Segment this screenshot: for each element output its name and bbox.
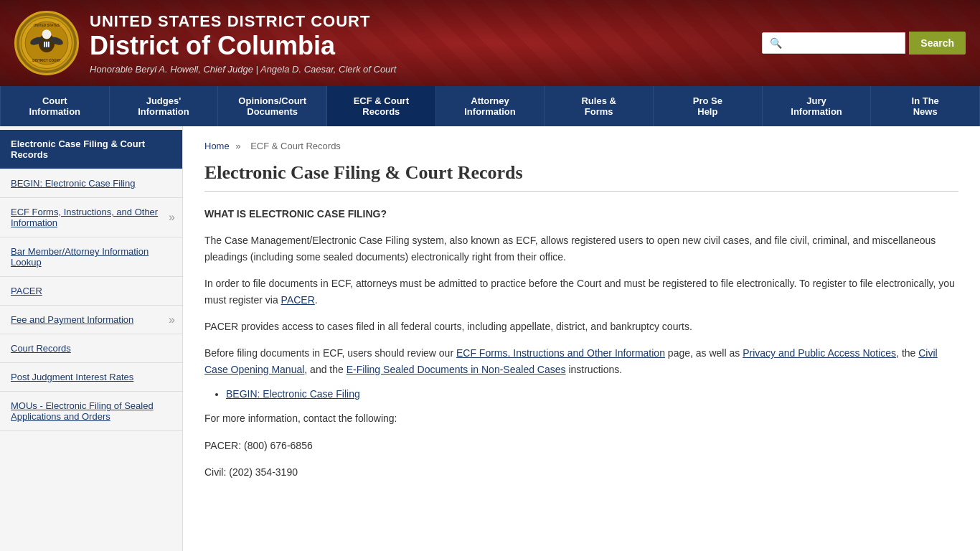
svg-rect-12 [48, 42, 50, 47]
nav-item-judges[interactable]: Judges'Information [110, 86, 219, 126]
court-seal: UNITED STATES DISTRICT COURT [14, 11, 79, 75]
court-district: District of Columbia [90, 31, 396, 61]
search-input[interactable] [786, 38, 900, 49]
breadcrumb-current: ECF & Court Records [250, 141, 341, 151]
more-info: For more information, contact the follow… [204, 410, 958, 426]
breadcrumb: Home » ECF & Court Records [204, 141, 958, 151]
nav-item-opinions[interactable]: Opinions/CourtDocuments [218, 86, 327, 126]
main-content: Home » ECF & Court Records Electronic Ca… [183, 126, 980, 551]
search-button[interactable]: Search [909, 32, 966, 55]
header-search: 🔍 Search [762, 32, 966, 55]
sidebar-item-post-judgment[interactable]: Post Judgment Interest Rates [0, 363, 182, 392]
paragraph-2-end: . [315, 294, 318, 306]
search-icon: 🔍 [770, 37, 782, 49]
paragraph-2: In order to file documents in ECF, attor… [204, 276, 958, 308]
svg-rect-11 [46, 42, 47, 47]
para4-mid1: page, as well as [665, 347, 743, 359]
breadcrumb-home[interactable]: Home [204, 141, 230, 151]
svg-point-6 [42, 29, 51, 39]
ecf-forms-link[interactable]: ECF Forms, Instructions and Other Inform… [456, 347, 665, 359]
sidebar-item-ecf-forms[interactable]: ECF Forms, Instructions, and Other Infor… [0, 198, 182, 237]
paragraph-3: PACER provides access to cases filed in … [204, 319, 958, 334]
list-item-begin-ecf: BEGIN: Electronic Case Filing [226, 388, 958, 400]
site-header: UNITED STATES DISTRICT COURT UNITED STAT… [0, 0, 980, 86]
nav-item-prose[interactable]: Pro SeHelp [654, 86, 763, 126]
court-subtitle: Honorable Beryl A. Howell, Chief Judge |… [90, 64, 396, 75]
pacer-link-1[interactable]: PACER [281, 294, 315, 306]
sidebar-item-pacer[interactable]: PACER [0, 277, 182, 306]
begin-ecf-link[interactable]: BEGIN: Electronic Case Filing [226, 388, 360, 400]
svg-rect-10 [44, 42, 45, 47]
sidebar-item-bar-member[interactable]: Bar Member/Attorney Information Lookup [0, 237, 182, 277]
civil-contact: Civil: (202) 354-3190 [204, 464, 958, 480]
main-nav: CourtInformation Judges'Information Opin… [0, 86, 980, 126]
section-heading: WHAT IS ELECTRONIC CASE FILING? [204, 206, 958, 222]
privacy-link[interactable]: Privacy and Public Access Notices [743, 347, 896, 359]
pacer-contact: PACER: (800) 676-6856 [204, 438, 958, 453]
sidebar-item-mous[interactable]: MOUs - Electronic Filing of Sealed Appli… [0, 392, 182, 431]
para4-mid3: , and the [304, 364, 346, 375]
page-title: Electronic Case Filing & Court Records [204, 162, 958, 192]
svg-text:UNITED STATES: UNITED STATES [34, 24, 60, 27]
sidebar: Electronic Case Filing & Court Records B… [0, 126, 183, 551]
nav-item-rules[interactable]: Rules &Forms [545, 86, 654, 126]
efiling-link[interactable]: E-Filing Sealed Documents in Non-Sealed … [347, 364, 566, 375]
para4-before: Before filing documents in ECF, users sh… [204, 347, 456, 359]
search-box: 🔍 [762, 32, 905, 54]
header-left: UNITED STATES DISTRICT COURT UNITED STAT… [14, 11, 396, 75]
nav-item-ecf[interactable]: ECF & CourtRecords [327, 86, 436, 126]
paragraph-1: The Case Management/Electronic Case Fili… [204, 232, 958, 265]
sidebar-item-fee-payment[interactable]: Fee and Payment Information » [0, 306, 182, 334]
court-name: UNITED STATES DISTRICT COURT [90, 12, 396, 31]
nav-item-jury[interactable]: JuryInformation [763, 86, 872, 126]
main-container: Electronic Case Filing & Court Records B… [0, 126, 980, 551]
arrow-icon-2: » [169, 314, 175, 326]
para4-end: instructions. [566, 364, 623, 375]
sidebar-item-court-records[interactable]: Court Records [0, 334, 182, 363]
nav-item-attorney[interactable]: AttorneyInformation [436, 86, 545, 126]
nav-item-court[interactable]: CourtInformation [0, 86, 110, 126]
arrow-icon: » [169, 211, 175, 224]
paragraph-4: Before filing documents in ECF, users sh… [204, 345, 958, 377]
header-title-block: UNITED STATES DISTRICT COURT District of… [90, 12, 396, 75]
para4-mid2: , the [896, 347, 918, 359]
breadcrumb-separator: » [235, 141, 240, 151]
sidebar-item-begin-ecf[interactable]: BEGIN: Electronic Case Filing [0, 169, 182, 198]
ecf-links-list: BEGIN: Electronic Case Filing [226, 388, 958, 400]
svg-text:DISTRICT COURT: DISTRICT COURT [32, 59, 60, 62]
sidebar-item-ecf-home[interactable]: Electronic Case Filing & Court Records [0, 130, 182, 169]
nav-item-news[interactable]: In TheNews [871, 86, 980, 126]
